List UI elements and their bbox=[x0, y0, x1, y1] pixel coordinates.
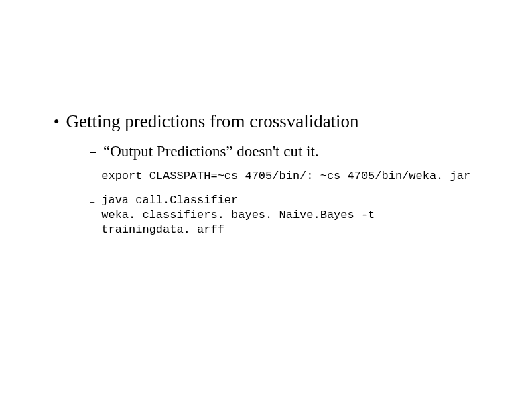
sub-bullet-item: – java call.Classifier weka. classifiers… bbox=[90, 193, 498, 237]
sub-bullet-item: – “Output Predictions” doesn't cut it. bbox=[90, 142, 498, 161]
dash-bullet-icon: – bbox=[90, 193, 94, 209]
slide: ● Getting predictions from crossvalidati… bbox=[0, 0, 532, 399]
dash-bullet-icon: – bbox=[90, 169, 94, 185]
sub-bullet-item: – export CLASSPATH=~cs 4705/bin/: ~cs 47… bbox=[90, 169, 498, 185]
dash-bullet-icon: – bbox=[90, 142, 96, 161]
disc-bullet-icon: ● bbox=[54, 110, 59, 133]
bullet-text: Getting predictions from crossvalidation bbox=[66, 110, 358, 133]
bullet-item: ● Getting predictions from crossvalidati… bbox=[54, 110, 498, 133]
sub-bullet-code: java call.Classifier weka. classifiers. … bbox=[101, 193, 375, 237]
sub-bullet-code: export CLASSPATH=~cs 4705/bin/: ~cs 4705… bbox=[101, 169, 470, 184]
sub-bullet-text: “Output Predictions” doesn't cut it. bbox=[103, 142, 319, 161]
sub-bullet-list: – “Output Predictions” doesn't cut it. –… bbox=[90, 142, 498, 237]
